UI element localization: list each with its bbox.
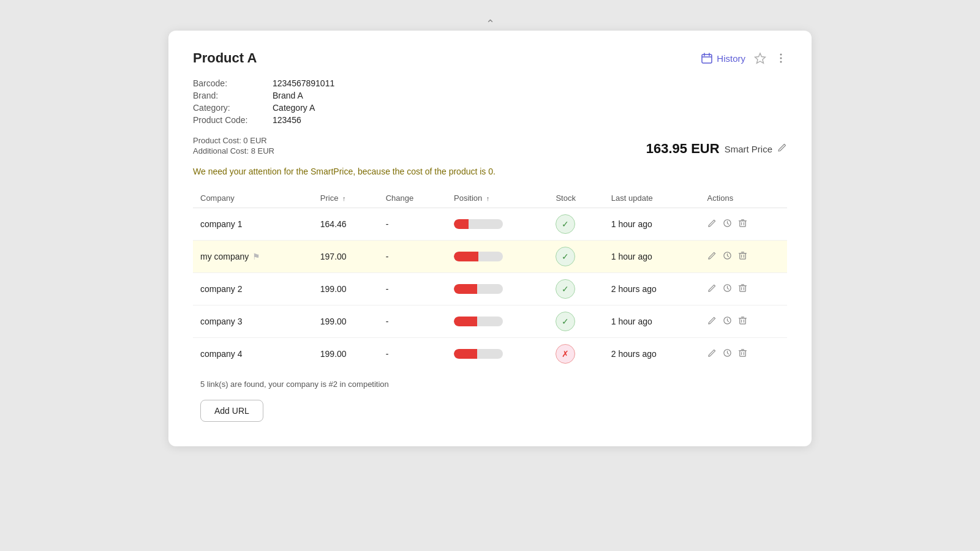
history-action-icon[interactable]: [723, 348, 732, 359]
position-sort-icon: ↑: [486, 195, 490, 202]
position-fill: [454, 219, 469, 229]
competition-footer-msg: 5 link(s) are found, your company is #2 …: [193, 380, 787, 389]
history-action-icon[interactable]: [723, 219, 732, 230]
history-action-icon[interactable]: [723, 283, 732, 294]
more-options-button[interactable]: [775, 52, 787, 64]
cell-change: -: [379, 305, 447, 338]
cost-smart-row: Product Cost: 0 EUR Additional Cost: 8 E…: [193, 136, 787, 157]
delete-action-icon[interactable]: [738, 283, 747, 294]
cell-change: -: [379, 273, 447, 305]
cell-price: 199.00: [313, 305, 379, 338]
actions-group: [707, 283, 780, 294]
cell-company: company 2: [193, 273, 313, 305]
cell-actions: [700, 305, 787, 338]
favorite-button[interactable]: [754, 52, 766, 64]
category-value: Category A: [273, 103, 315, 113]
cell-company: company 1: [193, 208, 313, 241]
cell-change: -: [379, 241, 447, 273]
svg-point-5: [780, 54, 782, 56]
position-fill: [454, 317, 477, 326]
history-action-icon[interactable]: [723, 251, 732, 262]
svg-rect-33: [739, 351, 745, 356]
additional-cost: Additional Cost: 8 EUR: [193, 146, 274, 156]
col-last-update: Last update: [604, 189, 700, 208]
cell-last-update: 2 hours ago: [604, 338, 700, 370]
history-button[interactable]: History: [701, 52, 745, 64]
svg-rect-0: [702, 54, 712, 63]
cell-stock: ✓: [548, 241, 603, 273]
delete-action-icon[interactable]: [738, 316, 747, 327]
cell-last-update: 1 hour ago: [604, 305, 700, 338]
card-header: Product A History: [193, 50, 787, 66]
position-bar: [454, 317, 503, 326]
smart-price-edit-button[interactable]: [777, 143, 787, 155]
price-sort-icon: ↑: [342, 195, 346, 202]
cell-company: my company ⚑: [193, 241, 313, 273]
stock-badge-ok: ✓: [556, 279, 575, 299]
cell-stock: ✓: [548, 305, 603, 338]
add-url-button[interactable]: Add URL: [200, 400, 263, 422]
delete-action-icon[interactable]: [738, 251, 747, 262]
delete-action-icon[interactable]: [738, 348, 747, 359]
product-info: Barcode: 1234567891011 Brand: Brand A Ca…: [193, 78, 787, 125]
position-bar: [454, 219, 503, 229]
cell-position: [447, 273, 548, 305]
edit-action-icon[interactable]: [707, 283, 717, 294]
cell-stock: ✗: [548, 338, 603, 370]
cell-stock: ✓: [548, 208, 603, 241]
position-fill: [454, 284, 477, 294]
cell-company: company 4: [193, 338, 313, 370]
table-row: company 1164.46- ✓1 hour ago: [193, 208, 787, 241]
svg-rect-9: [739, 221, 745, 227]
col-stock: Stock: [548, 189, 603, 208]
cell-price: 199.00: [313, 338, 379, 370]
stock-badge-err: ✗: [556, 344, 575, 364]
svg-point-6: [780, 58, 782, 59]
star-icon: [754, 52, 766, 64]
cost-block: Product Cost: 0 EUR Additional Cost: 8 E…: [193, 136, 274, 157]
stock-badge-ok: ✓: [556, 247, 575, 266]
barcode-value: 1234567891011: [273, 78, 334, 88]
cell-change: -: [379, 208, 447, 241]
table-row: my company ⚑ 197.00- ✓1 hour ago: [193, 241, 787, 273]
smart-price-section: 163.95 EUR Smart Price: [646, 141, 787, 157]
cell-actions: [700, 273, 787, 305]
svg-rect-15: [739, 253, 745, 259]
col-actions: Actions: [700, 189, 787, 208]
company-name: my company ⚑: [200, 252, 260, 261]
edit-action-icon[interactable]: [707, 251, 717, 262]
edit-icon: [777, 143, 787, 152]
smart-price-label: Smart Price: [725, 144, 772, 154]
cell-actions: [700, 208, 787, 241]
edit-action-icon[interactable]: [707, 316, 717, 327]
svg-marker-4: [755, 53, 766, 63]
cell-change: -: [379, 338, 447, 370]
collapse-button[interactable]: ⌃: [486, 17, 495, 31]
col-position[interactable]: Position ↑: [447, 189, 548, 208]
position-bar: [454, 284, 503, 294]
cell-position: [447, 338, 548, 370]
history-label: History: [717, 53, 745, 64]
actions-group: [707, 251, 780, 262]
cell-position: [447, 208, 548, 241]
cell-price: 197.00: [313, 241, 379, 273]
cell-price: 199.00: [313, 273, 379, 305]
position-fill: [454, 349, 477, 359]
stock-badge-ok: ✓: [556, 214, 575, 234]
table-row: company 2199.00- ✓2 hours ago: [193, 273, 787, 305]
cell-position: [447, 241, 548, 273]
col-price[interactable]: Price ↑: [313, 189, 379, 208]
cell-actions: [700, 241, 787, 273]
cell-price: 164.46: [313, 208, 379, 241]
actions-group: [707, 348, 780, 359]
edit-action-icon[interactable]: [707, 348, 717, 359]
actions-group: [707, 316, 780, 327]
col-change: Change: [379, 189, 447, 208]
history-action-icon[interactable]: [723, 316, 732, 327]
edit-action-icon[interactable]: [707, 219, 717, 230]
smart-price-value: 163.95 EUR: [646, 141, 720, 157]
category-label: Category:: [193, 103, 273, 113]
calendar-icon: [701, 52, 713, 64]
cell-actions: [700, 338, 787, 370]
delete-action-icon[interactable]: [738, 219, 747, 230]
